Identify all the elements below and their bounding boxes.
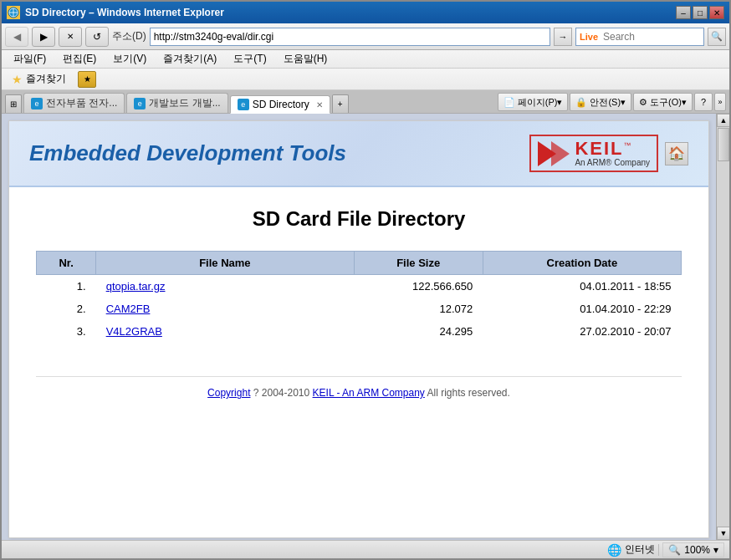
main-content: Embedded Development Tools [2,114,716,540]
row3-nr: 3. [37,320,96,343]
toolbar-expand-button[interactable]: » [714,93,726,111]
row1-filename: qtopia.tar.gz [96,275,354,298]
footer-suffix: All rights reserved. [427,387,510,399]
page-nav-buttons: 📄 페이지(P)▾ 🔒 안전(S)▾ ⚙ 도구(O)▾ ? » [498,93,726,111]
directory-title: SD Card File Directory [36,207,682,231]
menu-edit[interactable]: 편집(E) [56,50,103,68]
safety-menu-button[interactable]: 🔒 안전(S)▾ [570,93,631,111]
menu-tools[interactable]: 도구(T) [227,50,273,68]
row1-file-link[interactable]: qtopia.tar.gz [106,280,166,293]
star-icon: ★ [12,73,23,86]
tools-menu-button[interactable]: ⚙ 도구(O)▾ [633,93,693,111]
tab-2-label: 개발보드 개발... [149,96,220,110]
address-bar: 주소(D) → [112,28,572,46]
menu-bar: 파일(F) 편집(E) 보기(V) 즐겨찾기(A) 도구(T) 도움말(H) [2,50,729,69]
browser-window: SD Directory – Windows Internet Explorer… [0,0,731,560]
title-bar-left: SD Directory – Windows Internet Explorer [7,6,224,19]
zoom-icon: 🔍 [668,544,681,556]
tab-2[interactable]: e 개발보드 개발... [126,93,227,113]
zoom-arrow: ▾ [713,544,718,556]
minimize-button[interactable]: – [676,6,691,19]
page-menu-button[interactable]: 📄 페이지(P)▾ [498,93,569,111]
col-header-filename: File Name [96,252,354,275]
zone-icon: 🌐 [607,543,621,557]
search-input[interactable] [600,29,700,44]
tools-icon: ⚙ [639,97,647,108]
zoom-control[interactable]: 🔍 100% ▾ [662,542,724,557]
tab-1[interactable]: e 전자부품 전자... [23,93,125,113]
table-row: 3. V4L2GRAB 24.295 27.02.2010 - 20:07 [37,320,682,343]
address-toolbar: ◀ ▶ ✕ ↺ 주소(D) → Live 🔍 [2,23,729,50]
new-tab-button[interactable]: + [332,94,349,113]
zone-label: 인터넷 [625,542,655,557]
header-title: Embedded Development Tools [29,140,346,166]
zone-indicator: 🌐 인터넷 [607,542,655,557]
row2-filename: CAM2FB [96,298,354,320]
safety-icon: 🔒 [575,97,587,108]
copyright-link[interactable]: Copyright [207,387,250,399]
scroll-up-button[interactable]: ▲ [717,114,729,127]
favorites-extra-button[interactable]: ★ [78,71,96,88]
table-row: 2. CAM2FB 12.072 01.04.2010 - 22:29 [37,298,682,320]
row2-nr: 2. [37,298,96,320]
keil-text: KEIL ™ An ARM® Company [575,140,650,167]
page-icon: 📄 [504,97,515,108]
close-button[interactable]: ✕ [709,6,724,19]
restore-button[interactable]: □ [693,6,708,19]
col-header-filesize: File Size [354,252,483,275]
menu-help[interactable]: 도움말(H) [277,50,335,68]
address-input[interactable] [150,28,550,46]
refresh-button[interactable]: ↺ [85,27,109,47]
scroll-track[interactable] [717,127,729,527]
keil-logo-box: KEIL ™ An ARM® Company [529,135,658,172]
page-body: SD Card File Directory Nr. File Name Fil… [9,187,708,429]
menu-file[interactable]: 파일(F) [7,50,53,68]
search-section: Live 🔍 [575,28,726,46]
menu-favorites[interactable]: 즐겨찾기(A) [156,50,223,68]
row1-filesize: 122.566.650 [354,275,483,298]
row3-filename: V4L2GRAB [96,320,354,343]
keil-company-link[interactable]: KEIL - An ARM Company [313,387,425,399]
col-header-nr: Nr. [37,252,96,275]
row3-date: 27.02.2010 - 20:07 [483,320,681,343]
menu-view[interactable]: 보기(V) [106,50,153,68]
table-row: 1. qtopia.tar.gz 122.566.650 04.01.2011 … [37,275,682,298]
row2-file-link[interactable]: CAM2FB [106,303,151,315]
favorites-label: 즐겨찾기 [26,72,66,86]
row1-date: 04.01.2011 - 18:55 [483,275,681,298]
tab-3-label: SD Directory [253,99,309,110]
scroll-down-button[interactable]: ▼ [717,527,729,540]
window-controls: – □ ✕ [676,6,724,19]
help-button[interactable]: ? [694,93,713,111]
scroll-thumb[interactable] [718,128,729,161]
tabs-row: ⊞ e 전자부품 전자... e 개발보드 개발... e SD Directo… [2,90,729,114]
home-button[interactable]: 🏠 [665,142,688,165]
page-header: Embedded Development Tools [9,121,708,187]
row3-filesize: 24.295 [354,320,483,343]
keil-subtitle: An ARM® Company [575,158,650,167]
quick-tabs-button[interactable]: ⊞ [5,94,22,113]
forward-button[interactable]: ▶ [32,27,55,47]
favorites-button[interactable]: ★ 즐겨찾기 [7,70,71,88]
row2-filesize: 12.072 [354,298,483,320]
status-separator [658,544,659,556]
tab-3[interactable]: e SD Directory ✕ [230,95,330,114]
content-wrapper: Embedded Development Tools [2,114,729,540]
keil-brand-name: KEIL [575,140,623,158]
keil-trademark: ™ [624,141,631,150]
tab-1-label: 전자부품 전자... [46,96,117,110]
scrollbar[interactable]: ▲ ▼ [716,114,729,540]
tab-3-icon: e [238,99,249,110]
row3-file-link[interactable]: V4L2GRAB [106,325,162,338]
svg-marker-4 [551,141,570,166]
window-title: SD Directory – Windows Internet Explorer [25,7,224,18]
back-button[interactable]: ◀ [5,27,28,47]
page-label: 페이지(P)▾ [518,96,563,109]
tab-3-close-button[interactable]: ✕ [316,100,323,109]
keil-logo-area: KEIL ™ An ARM® Company 🏠 [529,135,688,172]
safety-label: 안전(S)▾ [590,96,626,109]
stop-button[interactable]: ✕ [59,27,82,47]
search-button[interactable]: 🔍 [708,28,726,46]
page-footer: Copyright ? 2004-2010 KEIL - An ARM Comp… [36,376,682,409]
go-button[interactable]: → [554,28,572,46]
